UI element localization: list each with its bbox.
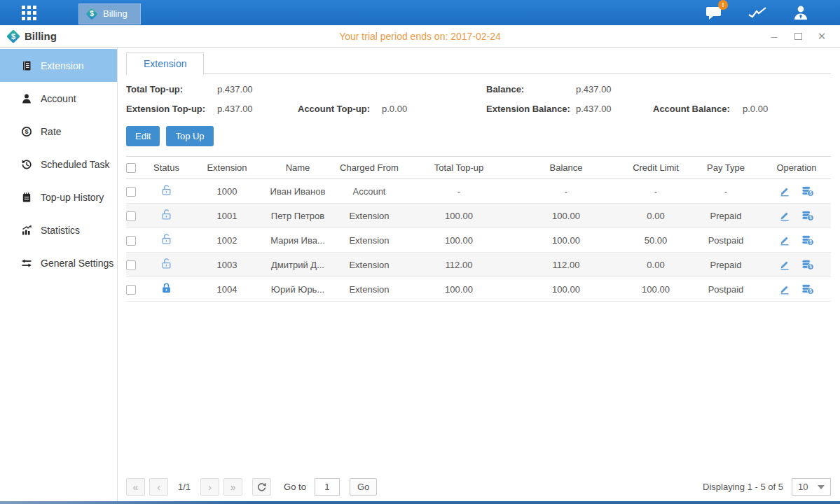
cell-pay-type: Postpaid [689,228,762,253]
first-page-button[interactable]: « [126,478,145,496]
sidebar-item-general-settings[interactable]: General Settings [0,246,117,279]
desktop-topbar: $ Billing ! [0,0,840,25]
select-all-checkbox[interactable] [126,163,136,173]
cell-extension: 1002 [189,228,265,253]
edit-row-icon[interactable] [779,234,790,246]
sidebar-item-topup-history[interactable]: Top-up History [0,181,117,214]
goto-page-input[interactable] [315,478,340,496]
line-chart-icon [748,6,766,20]
edit-row-icon[interactable] [779,210,790,221]
top-up-row-icon[interactable]: $ [801,210,814,221]
cell-name: Петр Петров [265,204,331,228]
row-checkbox[interactable] [126,187,136,197]
sidebar-item-label: Statistics [41,225,80,236]
column-header-status: Status [144,157,189,179]
column-header-total-topup: Total Top-up [408,157,510,179]
last-page-button[interactable]: » [223,478,242,496]
cell-extension: 1003 [189,253,265,277]
table-row: 1003 Дмитрий Д... Extension 112.00 112.0… [126,253,831,277]
unlocked-icon [160,261,172,272]
cell-charged-from: Account [331,179,408,204]
edit-button[interactable]: Edit [126,126,160,146]
sidebar-item-label: Top-up History [41,192,104,203]
cell-total-topup: 100.00 [408,228,510,253]
edit-row-icon[interactable] [779,284,790,295]
row-checkbox[interactable] [126,285,136,295]
sidebar-item-label: General Settings [41,258,113,269]
column-header-extension: Extension [189,157,265,179]
row-checkbox[interactable] [126,211,136,221]
top-up-row-icon[interactable]: $ [801,186,814,197]
sidebar-item-label: Scheduled Task [41,159,110,170]
notifications-button[interactable]: ! [704,4,724,22]
top-up-row-icon[interactable]: $ [801,234,814,246]
clock-history-icon [21,159,32,170]
unlocked-icon [160,212,172,223]
cell-balance: 112.00 [510,253,622,277]
cell-pay-type: Postpaid [689,277,762,302]
table-header-row: Status Extension Name Charged From Total… [126,157,831,179]
sidebar-item-label: Rate [41,126,62,137]
svg-text:$: $ [809,215,812,220]
edit-row-icon[interactable] [779,259,790,270]
edit-row-icon[interactable] [779,186,790,197]
page-indicator: 1/1 [178,482,191,492]
refresh-button[interactable] [252,478,271,496]
locked-icon [160,286,172,296]
cell-extension: 1004 [189,277,265,302]
resource-monitor-button[interactable] [748,4,767,22]
notification-badge: ! [718,0,728,10]
billing-diamond-icon: $ [86,8,97,20]
cell-charged-from: Extension [331,253,408,277]
tab-extension[interactable]: Extension [126,52,204,75]
minimize-button[interactable]: – [769,31,780,42]
cell-extension: 1000 [189,179,265,204]
sidebar-item-statistics[interactable]: Statistics [0,214,117,246]
extension-balance-value: p.437.00 [576,104,653,114]
sidebar: Extension Account $ Rate [0,48,118,501]
billing-diamond-icon: $ [7,30,20,43]
top-up-row-icon[interactable]: $ [801,259,814,270]
main-menu-button[interactable] [10,0,48,25]
next-page-button[interactable]: › [200,478,219,496]
billing-app-window: $ Billing ! [0,0,840,504]
sidebar-item-scheduled-task[interactable]: Scheduled Task [0,148,117,181]
cell-name: Иван Иванов [265,179,331,204]
svg-text:$: $ [809,239,812,245]
displaying-status: Displaying 1 - 5 of 5 [703,482,783,492]
svg-text:$: $ [809,190,812,196]
tab-bar: Extension [126,52,831,74]
go-button[interactable]: Go [350,478,377,496]
cell-balance: 100.00 [510,204,622,228]
user-icon [792,4,809,21]
row-checkbox[interactable] [126,260,136,270]
desktop-edge-strip [0,501,840,504]
taskbar-tab-label: Billing [103,8,128,19]
cell-balance: - [510,179,622,204]
maximize-button[interactable] [792,31,804,42]
top-up-row-icon[interactable]: $ [801,284,814,295]
user-account-button[interactable] [791,4,811,22]
chevron-down-icon [818,485,825,489]
taskbar-tab-billing[interactable]: $ Billing [78,4,141,24]
extension-topup-value: p.437.00 [217,104,298,114]
row-checkbox[interactable] [126,236,136,246]
sidebar-item-extension[interactable]: Extension [0,49,117,82]
page-size-select[interactable]: 10 [792,478,831,496]
svg-text:$: $ [25,128,28,135]
table-row: 1004 Юрий Юрь... Extension 100.00 100.00… [126,277,831,302]
sidebar-item-label: Extension [41,60,83,71]
cell-name: Дмитрий Д... [265,253,331,277]
exchange-arrows-icon [21,258,32,269]
cell-credit-limit: 0.00 [622,204,689,228]
svg-text:$: $ [809,288,812,294]
unlocked-icon [160,237,172,247]
ledger-icon [21,60,32,71]
top-up-button[interactable]: Top Up [166,126,213,146]
close-button[interactable]: ✕ [816,31,827,42]
sidebar-item-rate[interactable]: $ Rate [0,115,117,148]
extensions-table: Status Extension Name Charged From Total… [126,156,831,302]
prev-page-button[interactable]: ‹ [149,478,168,496]
sidebar-item-account[interactable]: Account [0,82,117,115]
statistics-icon [21,225,32,236]
